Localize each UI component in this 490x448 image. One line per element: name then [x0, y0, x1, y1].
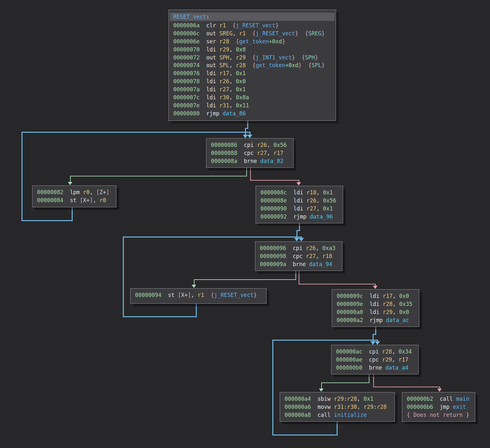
asm-line-000000a2[interactable]: 000000a2 rjmp data_ac [332, 316, 419, 324]
asm-line-00000070[interactable]: 00000070 ldi r29, 0x8 [169, 46, 336, 54]
asm-line-000000a6[interactable]: 000000a6 movw r31:r30, r29:r28 [280, 403, 395, 411]
token-mnemonic: ldi [206, 70, 216, 76]
token-address: 0000007a [173, 86, 200, 93]
token-mnemonic: cpc [369, 356, 379, 363]
asm-line-00000092[interactable]: 00000092 rjmp data_96 [256, 213, 343, 221]
asm-line-0000007a[interactable]: 0000007a ldi r27, 0x1 [169, 85, 336, 94]
token-address: 000000ae [336, 356, 362, 363]
asm-line-0000007c[interactable]: 0000007c ldi r30, 0x8a [169, 94, 336, 102]
token-function-symbol[interactable]: initialize [334, 412, 367, 418]
token-address: 000000a6 [285, 404, 311, 410]
token-function-symbol[interactable]: j_INT1_vect [256, 54, 292, 61]
asm-line-00000088[interactable]: 00000088 cpc r27, r17 [206, 149, 293, 157]
basic-block-data-b2[interactable]: 000000b2 call main000000b6 jmp exit{ Doe… [402, 392, 475, 422]
block-header-reset-vect[interactable]: RESET_vect: [170, 13, 335, 21]
token-annotation: } [322, 30, 325, 37]
edge-segment [123, 316, 197, 317]
token-text [226, 22, 232, 29]
token-text: , [392, 356, 398, 363]
asm-line-000000a8[interactable]: 000000a8 call initialize [280, 411, 395, 419]
asm-line-0000009e[interactable]: 0000009e ldi r28, 0x35 [332, 300, 419, 308]
token-code-symbol[interactable]: data_ac [386, 317, 409, 323]
asm-line-0000006e[interactable]: 0000006e ser r28 {get_token+0xd} [169, 38, 336, 46]
asm-line-000000b2[interactable]: 000000b2 call main [402, 395, 475, 403]
asm-line-00000084[interactable]: 00000084 st [X+], r0 [32, 196, 116, 204]
token-address: 0000006e [173, 38, 200, 45]
token-mnemonic: cpi [369, 348, 379, 355]
asm-line-0000006a[interactable]: 0000006a clr r1 {j_RESET_vect} [169, 22, 336, 30]
asm-line-000000b0[interactable]: 000000b0 brne data_a4 [331, 364, 418, 372]
asm-line-00000086[interactable]: 00000086 cpi r26, 0x56 [206, 141, 293, 149]
token-mnemonic: clr [206, 22, 216, 29]
token-mnemonic: ldi [206, 78, 216, 85]
token-text [362, 356, 369, 363]
token-register: r26 [219, 78, 229, 85]
basic-block-data-9c[interactable]: 0000009c ldi r17, 0x00000009e ldi r28, 0… [332, 289, 419, 327]
edge-arrowhead-down-icon [296, 182, 301, 185]
token-annotation-register: SPH [305, 54, 315, 61]
token-number: +0xd [269, 38, 282, 45]
basic-block-data-8c[interactable]: 0000008c ldi r18, 0x10000008e ldi r26, 0… [256, 186, 343, 223]
asm-line-0000006c[interactable]: 0000006c out SREG, r1 {j_RESET_vect} {SR… [169, 30, 336, 38]
token-code-symbol[interactable]: data_82 [260, 158, 284, 164]
token-function-symbol[interactable]: main [456, 396, 469, 402]
asm-line-00000072[interactable]: 00000072 out SPH, r29 {j_INT1_vect} {SPH… [169, 54, 336, 62]
asm-line-000000a4[interactable]: 000000a4 sbiw r29:r28, 0x1 [280, 395, 395, 403]
token-code-symbol[interactable]: data_96 [310, 213, 333, 220]
edge-segment [373, 374, 374, 387]
asm-line-0000007e[interactable]: 0000007e ldi r31, 0x11 [169, 102, 336, 110]
asm-line-annotation[interactable]: { Does not return } [402, 411, 475, 419]
token-code-symbol[interactable]: data_86 [223, 110, 246, 117]
token-text [216, 22, 219, 29]
token-register: r30 [219, 94, 229, 101]
asm-line-00000076[interactable]: 00000076 ldi r17, 0x1 [169, 69, 336, 77]
asm-line-000000ac[interactable]: 000000ac cpi r28, 0x34 [331, 348, 418, 356]
token-function-symbol[interactable]: j_RESET_vect [236, 22, 276, 29]
asm-line-0000009a[interactable]: 0000009a brne data_94 [255, 260, 342, 268]
asm-line-00000094[interactable]: 00000094 st [X+], r1 {j_RESET_vect} [131, 291, 266, 299]
token-address: 000000a0 [337, 309, 363, 315]
token-function-symbol[interactable]: exit [453, 404, 466, 410]
token-function-symbol[interactable]: j_RESET_vect [214, 292, 254, 298]
token-code-symbol[interactable]: data_a4 [386, 364, 409, 371]
token-text: , [357, 396, 363, 402]
asm-line-0000008a[interactable]: 0000008a brne data_82 [206, 157, 293, 165]
token-register: r18 [322, 253, 332, 259]
edge-segment [337, 421, 338, 435]
asm-line-0000009c[interactable]: 0000009c ldi r17, 0x0 [332, 292, 419, 300]
token-text: : [206, 13, 209, 20]
asm-line-000000ae[interactable]: 000000ae cpc r29, r17 [331, 356, 418, 364]
asm-line-00000090[interactable]: 00000090 ldi r27, 0x1 [256, 205, 343, 213]
asm-line-0000008c[interactable]: 0000008c ldi r18, 0x1 [256, 189, 343, 197]
asm-line-000000b6[interactable]: 000000b6 jmp exit [402, 403, 475, 411]
token-code-symbol[interactable]: data_94 [309, 261, 332, 267]
token-mnemonic: ser [206, 38, 216, 45]
edge-segment [272, 340, 378, 341]
asm-line-00000096[interactable]: 00000096 cpi r26, 0xa3 [255, 244, 342, 252]
token-text [363, 301, 369, 307]
basic-block-data-96[interactable]: 00000096 cpi r26, 0xa300000098 cpc r27, … [255, 241, 342, 271]
asm-line-0000008e[interactable]: 0000008e ldi r26, 0x56 [256, 197, 343, 205]
basic-block-data-a4[interactable]: 000000a4 sbiw r29:r28, 0x1000000a6 movw … [280, 392, 395, 422]
basic-block-data-94[interactable]: 00000094 st [X+], r1 {j_RESET_vect} [130, 288, 267, 304]
token-number: 0xa3 [322, 245, 336, 251]
token-function-symbol[interactable]: j_RESET_vect [256, 30, 295, 37]
token-function-symbol[interactable]: get_token [256, 62, 285, 68]
token-text [204, 292, 211, 298]
basic-block-reset-vect[interactable]: RESET_vect:0000006a clr r1 {j_RESET_vect… [168, 10, 336, 121]
token-function-symbol[interactable]: get_token [239, 38, 269, 45]
basic-block-data-ac[interactable]: 000000ac cpi r28, 0x34000000ae cpc r29, … [331, 345, 419, 374]
basic-block-data-82[interactable]: 00000082 lpm r0, [Z+]00000084 st [X+], r… [32, 185, 116, 207]
token-text [363, 309, 369, 315]
token-function-symbol[interactable]: RESET_vect [173, 13, 206, 20]
basic-block-data-86[interactable]: 00000086 cpi r26, 0x5600000088 cpc r27, … [206, 138, 294, 168]
asm-line-00000082[interactable]: 00000082 lpm r0, [Z+] [32, 188, 116, 196]
asm-line-000000a0[interactable]: 000000a0 ldi r29, 0x0 [332, 308, 419, 316]
asm-line-00000078[interactable]: 00000078 ldi r26, 0x0 [169, 77, 336, 85]
asm-line-00000074[interactable]: 00000074 out SPL, r28 {get_token+0xd} {S… [169, 61, 336, 69]
token-text [63, 189, 70, 195]
asm-line-00000098[interactable]: 00000098 cpc r27, r18 [255, 252, 342, 260]
token-mnemonic: brne [369, 364, 382, 371]
token-text [216, 70, 219, 76]
asm-line-00000080[interactable]: 00000080 rjmp data_86 [169, 110, 336, 118]
